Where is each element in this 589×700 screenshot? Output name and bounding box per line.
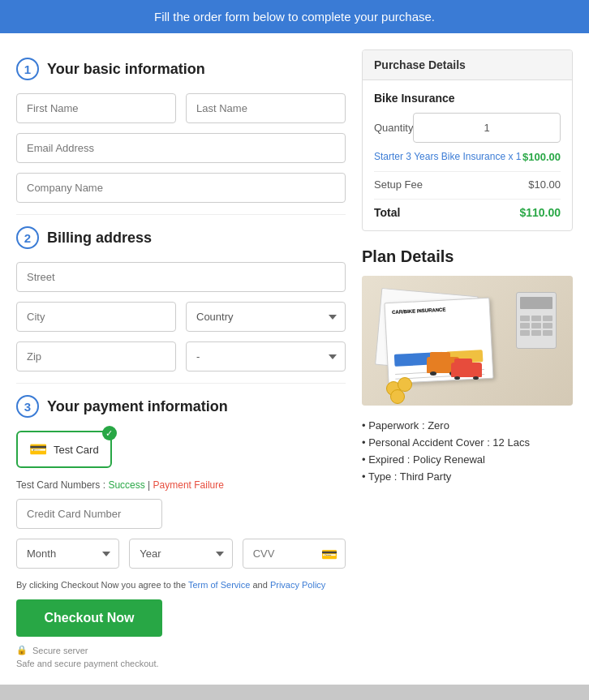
month-wrapper: Month <box>16 539 119 569</box>
card-number-wrapper <box>16 499 162 529</box>
street-row <box>16 262 346 292</box>
ins-calculator <box>516 292 557 349</box>
card-icon: 💳 <box>29 440 47 458</box>
city-country-row: Country <box>16 302 346 332</box>
company-row <box>16 173 346 203</box>
card-number-input[interactable] <box>16 499 162 529</box>
divider-2 <box>16 383 346 384</box>
card-number-row <box>16 499 346 529</box>
banner-text: Fill the order form below to complete yo… <box>154 10 435 24</box>
city-input[interactable] <box>16 302 176 332</box>
total-price: $110.00 <box>519 206 561 219</box>
section-1-title: Your basic information <box>47 61 205 78</box>
expiry-cvv-row: Month Year 💳 <box>16 539 346 569</box>
email-row <box>16 133 346 163</box>
fee-row: Setup Fee $10.00 <box>374 178 561 200</box>
price-row: Starter 3 Years Bike Insurance x 1 $100.… <box>374 151 561 172</box>
street-wrapper <box>16 262 346 292</box>
secure-info: 🔒 Secure server <box>16 645 346 655</box>
setup-fee-price: $10.00 <box>528 178 561 191</box>
plan-details-title: Plan Details <box>362 247 573 266</box>
section-billing-header: 2 Billing address <box>16 226 346 249</box>
zip-wrapper <box>16 341 176 371</box>
purchase-details-body: Bike Insurance Quantity Starter 3 Years … <box>363 80 572 230</box>
plan-list-item: Type : Third Party <box>362 468 573 485</box>
terms-text: By clicking Checkout Now you agree to th… <box>16 580 346 590</box>
tos-link[interactable]: Term of Service <box>188 580 250 590</box>
company-wrapper <box>16 173 346 203</box>
checkout-button[interactable]: Checkout Now <box>16 599 162 637</box>
plan-image: CAR/BIKE INSURANCE <box>362 276 573 406</box>
page-wrapper: Fill the order form below to complete yo… <box>0 0 589 685</box>
secure-label: Secure server <box>32 646 88 655</box>
street-input[interactable] <box>16 262 346 292</box>
total-label: Total <box>374 206 400 219</box>
state-wrapper: - <box>186 341 346 371</box>
section-basic-header: 1 Your basic information <box>16 58 346 80</box>
email-input[interactable] <box>16 133 346 163</box>
section-2-number: 2 <box>16 226 39 249</box>
test-numbers-label: Test Card Numbers : <box>16 479 105 491</box>
left-panel: 1 Your basic information <box>16 49 362 668</box>
plan-list-item: Expired : Policy Renewal <box>362 451 573 468</box>
check-badge: ✓ <box>102 426 117 440</box>
first-name-wrapper <box>16 93 176 123</box>
quantity-row: Quantity <box>374 113 561 143</box>
insurance-illustration: CAR/BIKE INSURANCE <box>362 276 573 406</box>
year-select[interactable]: Year <box>129 539 232 569</box>
lock-icon: 🔒 <box>16 645 28 655</box>
total-row: Total $110.00 <box>374 206 561 219</box>
state-select[interactable]: - <box>186 341 346 371</box>
section-payment-header: 3 Your payment information <box>16 395 346 418</box>
purchase-details-box: Purchase Details Bike Insurance Quantity… <box>362 49 573 231</box>
city-wrapper <box>16 302 176 332</box>
month-select[interactable]: Month <box>16 539 119 569</box>
last-name-input[interactable] <box>186 93 346 123</box>
failure-link[interactable]: Payment Failure <box>153 479 224 491</box>
privacy-link[interactable]: Privacy Policy <box>270 580 325 590</box>
quantity-input[interactable] <box>413 113 561 143</box>
plan-list-item: Personal Accident Cover : 12 Lacs <box>362 434 573 451</box>
section-2-title: Billing address <box>47 230 152 247</box>
purchase-details-header: Purchase Details <box>363 50 572 80</box>
first-name-input[interactable] <box>16 93 176 123</box>
test-card-info: Test Card Numbers : Success | Payment Fa… <box>16 479 346 491</box>
section-3-number: 3 <box>16 395 39 418</box>
company-input[interactable] <box>16 173 346 203</box>
section-3-title: Your payment information <box>47 398 228 415</box>
card-option[interactable]: 💳 Test Card ✓ <box>16 431 112 468</box>
quantity-label: Quantity <box>374 122 413 134</box>
plan-details: Plan Details CAR/BIKE INSURANCE <box>362 247 573 485</box>
product-name: Bike Insurance <box>374 92 561 105</box>
divider-1 <box>16 214 346 215</box>
country-wrapper: Country <box>186 302 346 332</box>
product-price: $100.00 <box>522 151 561 163</box>
zip-state-row: - <box>16 341 346 371</box>
name-row <box>16 93 346 123</box>
main-content: 1 Your basic information <box>0 33 589 685</box>
email-wrapper <box>16 133 346 163</box>
setup-fee-label: Setup Fee <box>374 178 423 191</box>
success-link[interactable]: Success <box>108 479 144 491</box>
safe-text: Safe and secure payment checkout. <box>16 659 346 668</box>
country-select[interactable]: Country <box>186 302 346 332</box>
product-desc: Starter 3 Years Bike Insurance x 1 <box>374 151 521 163</box>
last-name-wrapper <box>186 93 346 123</box>
right-panel: Purchase Details Bike Insurance Quantity… <box>362 49 573 668</box>
plan-list-item: Paperwork : Zero <box>362 417 573 434</box>
section-1-number: 1 <box>16 58 39 80</box>
cvv-card-icon: 💳 <box>321 546 337 561</box>
plan-list: Paperwork : ZeroPersonal Accident Cover … <box>362 417 573 485</box>
cvv-wrapper: 💳 <box>243 539 346 569</box>
year-wrapper: Year <box>129 539 232 569</box>
top-banner: Fill the order form below to complete yo… <box>0 0 589 33</box>
zip-input[interactable] <box>16 341 176 371</box>
ins-car-red <box>451 363 482 377</box>
card-label: Test Card <box>54 444 99 456</box>
